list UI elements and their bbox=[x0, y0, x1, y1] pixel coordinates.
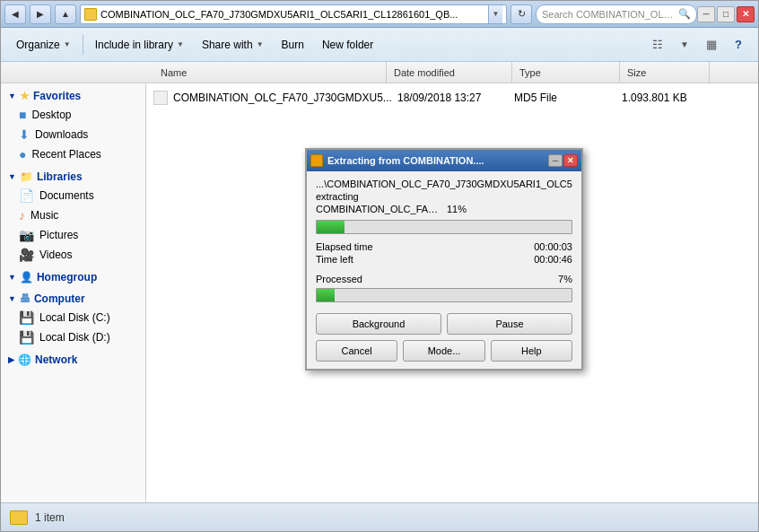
back-button[interactable]: ◀ bbox=[4, 4, 26, 24]
burn-label: Burn bbox=[282, 39, 304, 51]
sidebar-item-local-disk-c[interactable]: 💾 Local Disk (C:) bbox=[1, 308, 145, 327]
help-button[interactable]: ? bbox=[726, 32, 751, 57]
column-headers: Name Date modified Type Size bbox=[1, 62, 758, 83]
network-header[interactable]: ▶ 🌐 Network bbox=[1, 351, 145, 369]
title-bar-left: ◀ ▶ ▲ COMBINATION_OLC_FA70_J730GMDXU5ARI… bbox=[4, 4, 697, 24]
table-row[interactable]: COMBINATION_OLC_FA70_J730GMDXU5... 18/09… bbox=[150, 87, 755, 109]
homegroup-icon: 👤 bbox=[20, 271, 33, 283]
favorites-label: Favorites bbox=[33, 90, 81, 102]
address-bar[interactable]: COMBINATION_OLC_FA70_J730GMDXU5ARI1_OLC5… bbox=[80, 4, 507, 24]
documents-icon: 📄 bbox=[19, 188, 34, 203]
videos-icon: 🎥 bbox=[19, 248, 34, 262]
sidebar-item-videos[interactable]: 🎥 Videos bbox=[1, 245, 145, 265]
sidebar-item-pictures[interactable]: 📷 Pictures bbox=[1, 225, 145, 245]
dialog-minimize-button[interactable]: ─ bbox=[548, 154, 563, 167]
organize-button[interactable]: Organize ▼ bbox=[8, 32, 79, 57]
new-folder-button[interactable]: New folder bbox=[314, 32, 381, 57]
processed-label: Processed bbox=[316, 274, 362, 284]
include-library-button[interactable]: Include in library ▼ bbox=[87, 32, 192, 57]
forward-button[interactable]: ▶ bbox=[30, 4, 51, 24]
dialog-body: ...\COMBINATION_OLC_FA70_J730GMDXU5ARI1_… bbox=[307, 171, 581, 369]
music-icon: ♪ bbox=[19, 208, 25, 222]
computer-header[interactable]: ▼ 🖶 Computer bbox=[1, 290, 145, 308]
dialog-winrar-icon bbox=[310, 154, 323, 167]
homegroup-arrow-icon: ▼ bbox=[8, 273, 16, 282]
preview-pane-button[interactable]: ▦ bbox=[699, 32, 724, 57]
sidebar-item-local-disk-d[interactable]: 💾 Local Disk (D:) bbox=[1, 327, 145, 347]
time-left-value: 00:00:46 bbox=[534, 254, 572, 265]
sidebar-item-desktop[interactable]: ■ Desktop bbox=[1, 105, 145, 125]
sidebar-item-recent-places[interactable]: ● Recent Places bbox=[1, 144, 145, 164]
local-disk-d-icon: 💾 bbox=[19, 330, 34, 344]
search-bar[interactable]: Search COMBINATION_OLC_FA70_J73... 🔍 bbox=[536, 4, 697, 24]
dialog-close-button[interactable]: ✕ bbox=[563, 154, 578, 167]
column-header-date[interactable]: Date modified bbox=[387, 62, 512, 83]
mode-button[interactable]: Mode... bbox=[403, 340, 484, 362]
address-text: COMBINATION_OLC_FA70_J730GMDXU5ARI1_OLC5… bbox=[100, 9, 488, 20]
homegroup-section: ▼ 👤 Homegroup bbox=[1, 268, 145, 286]
network-icon: 🌐 bbox=[18, 353, 31, 366]
dialog-filename-row: COMBINATION_OLC_FA70_J730GMDXU5ARI1_I 11… bbox=[316, 204, 572, 214]
homegroup-header[interactable]: ▼ 👤 Homegroup bbox=[1, 268, 145, 286]
favorites-star-icon: ★ bbox=[20, 90, 30, 102]
pictures-icon: 📷 bbox=[19, 228, 34, 242]
address-dropdown-arrow[interactable]: ▼ bbox=[488, 4, 502, 24]
extraction-dialog: Extracting from COMBINATION.... ─ ✕ ...\… bbox=[305, 148, 583, 371]
up-button[interactable]: ▲ bbox=[55, 4, 76, 24]
file-progress-bar bbox=[316, 220, 572, 234]
view-options-button[interactable]: ☷ bbox=[645, 32, 670, 57]
elapsed-value: 00:00:03 bbox=[534, 241, 572, 252]
sidebar-item-documents[interactable]: 📄 Documents bbox=[1, 186, 145, 205]
search-icon: 🔍 bbox=[678, 8, 691, 20]
column-header-size[interactable]: Size bbox=[620, 62, 710, 83]
libraries-label: Libraries bbox=[37, 170, 83, 183]
file-progress-fill bbox=[317, 221, 345, 233]
sidebar-item-downloads[interactable]: ⬇ Downloads bbox=[1, 125, 145, 144]
dialog-buttons-row1: Background Pause bbox=[316, 313, 572, 335]
music-label: Music bbox=[31, 209, 58, 222]
burn-button[interactable]: Burn bbox=[274, 32, 312, 57]
search-placeholder-text: Search COMBINATION_OLC_FA70_J73... bbox=[542, 9, 678, 20]
dialog-stats-row2: Time left 00:00:46 bbox=[316, 254, 572, 265]
view-toggle-button[interactable]: ▼ bbox=[672, 32, 697, 57]
favorites-header[interactable]: ▼ ★ Favorites bbox=[1, 87, 145, 105]
share-with-arrow-icon: ▼ bbox=[257, 40, 264, 48]
libraries-header[interactable]: ▼ 📁 Libraries bbox=[1, 168, 145, 186]
cancel-button[interactable]: Cancel bbox=[316, 340, 397, 362]
status-item-count: 1 item bbox=[35, 511, 65, 524]
pause-button[interactable]: Pause bbox=[447, 313, 572, 335]
column-header-type[interactable]: Type bbox=[512, 62, 620, 83]
dialog-stats-row1: Elapsed time 00:00:03 bbox=[316, 241, 572, 252]
processed-percent: 7% bbox=[558, 274, 572, 284]
close-button[interactable]: ✕ bbox=[737, 6, 755, 22]
minimize-button[interactable]: ─ bbox=[697, 6, 715, 22]
column-header-name[interactable]: Name bbox=[153, 62, 387, 83]
toolbar: Organize ▼ Include in library ▼ Share wi… bbox=[1, 28, 758, 62]
include-library-label: Include in library bbox=[95, 39, 173, 51]
local-disk-d-label: Local Disk (D:) bbox=[39, 331, 110, 344]
file-name: COMBINATION_OLC_FA70_J730GMDXU5... bbox=[173, 92, 397, 104]
file-icon bbox=[153, 91, 168, 105]
favorites-section: ▼ ★ Favorites ■ Desktop ⬇ Downloads ● Re… bbox=[1, 87, 145, 164]
maximize-button[interactable]: □ bbox=[717, 6, 735, 22]
desktop-icon: ■ bbox=[19, 108, 26, 122]
file-size: 1.093.801 KB bbox=[622, 92, 711, 104]
share-with-label: Share with bbox=[202, 39, 253, 51]
libraries-icon: 📁 bbox=[20, 170, 33, 183]
dialog-title-bar: Extracting from COMBINATION.... ─ ✕ bbox=[307, 150, 581, 171]
local-disk-c-icon: 💾 bbox=[19, 310, 34, 325]
network-section: ▶ 🌐 Network bbox=[1, 351, 145, 369]
dialog-title-text: Extracting from COMBINATION.... bbox=[327, 155, 548, 166]
network-arrow-icon: ▶ bbox=[8, 355, 14, 364]
sidebar-item-music[interactable]: ♪ Music bbox=[1, 205, 145, 225]
help-dialog-button[interactable]: Help bbox=[491, 340, 572, 362]
new-folder-label: New folder bbox=[322, 39, 373, 51]
organize-label: Organize bbox=[16, 39, 60, 51]
background-button[interactable]: Background bbox=[316, 313, 441, 335]
downloads-icon: ⬇ bbox=[19, 127, 30, 142]
computer-section: ▼ 🖶 Computer 💾 Local Disk (C:) 💾 Local D… bbox=[1, 290, 145, 347]
dialog-filename-text: COMBINATION_OLC_FA70_J730GMDXU5ARI1_I bbox=[316, 204, 441, 214]
share-with-button[interactable]: Share with ▼ bbox=[194, 32, 272, 57]
refresh-button[interactable]: ↻ bbox=[510, 4, 532, 24]
sidebar: ▼ ★ Favorites ■ Desktop ⬇ Downloads ● Re… bbox=[1, 83, 146, 502]
